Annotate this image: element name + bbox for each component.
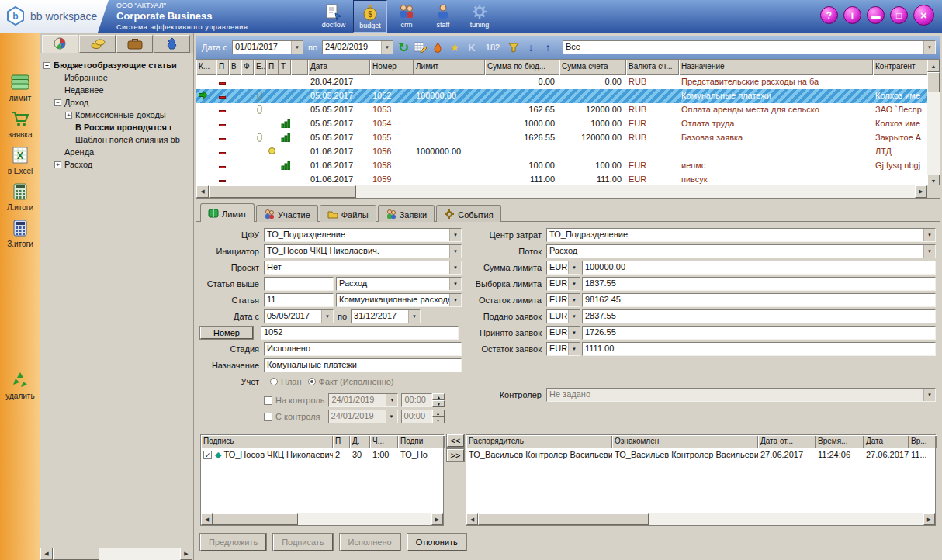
number-button[interactable]: Номер [200,327,253,339]
action-button-Отклонить[interactable]: Отклонить [407,534,466,551]
tree-expand-icon[interactable]: + [65,112,72,119]
help-button[interactable]: ? [820,6,838,24]
tab-files[interactable]: Файлы [320,205,376,222]
view-filter-combobox[interactable]: Все ▼ [563,40,936,54]
acknowledge-column-header[interactable]: Распорядитель [466,435,612,448]
tab-participation[interactable]: Участие [256,205,318,222]
date-to-picker[interactable]: 24/02/2019 ▼ [322,40,393,54]
grid-vertical-scrollbar[interactable]: ▲ ▼ [927,60,940,187]
acknowledge-column-header[interactable]: Дата [864,435,909,448]
grid-column-header[interactable]: Т [279,60,291,75]
grid-column-header[interactable]: Е.. [254,60,266,75]
scroll-left-icon[interactable]: ◀ [201,513,213,525]
chevron-down-icon[interactable]: ▼ [568,261,580,274]
tree-expand-icon[interactable]: − [54,99,61,106]
fire-icon[interactable] [431,42,445,54]
scroll-left-icon[interactable]: ◀ [40,548,53,560]
signature-checkbox[interactable]: ✓ [203,451,212,459]
scroll-right-icon[interactable]: ▶ [915,185,927,198]
acknowledge-column-header[interactable]: Ознакомлен [612,435,758,448]
scrollbar-track[interactable] [927,92,940,175]
article-number-input[interactable]: 11 [264,293,334,307]
chevron-down-icon[interactable]: ▼ [568,343,580,355]
tree-expand-icon[interactable]: − [43,62,50,69]
filter-funnel-icon[interactable] [507,42,521,53]
grid-row[interactable]: 05.05.201710551626.55120000.00RUBБазовая… [196,131,927,145]
scroll-left-icon[interactable]: ◀ [466,513,478,525]
chevron-down-icon[interactable]: ▼ [568,294,580,306]
cfu-combobox[interactable]: ТО_Подразделение ▼ [264,228,462,242]
chevron-down-icon[interactable]: ▼ [449,245,461,258]
scrollbar-track[interactable] [298,513,431,525]
amount-value-input[interactable]: 1111.00 [582,342,936,356]
acknowledge-horizontal-scrollbar[interactable]: ◀ ▶ [466,513,935,525]
sidebar-item-Л.итоги[interactable]: Л.итоги [0,182,40,212]
tree-horizontal-scrollbar[interactable]: ◀ ▶ [40,548,192,560]
module-tuning[interactable]: tuning [462,0,497,33]
from-control-date-picker[interactable]: 24/01/2019 ▼ [328,410,398,423]
grid-column-header[interactable]: Контрагент [873,60,929,75]
acknowledge-column-header[interactable]: Дата от... [758,435,816,448]
tab-events[interactable]: События [436,205,500,222]
grid-row[interactable]: 01.06.20171058100.00100.00EURиепмсGj.fys… [196,159,927,173]
scroll-left-icon[interactable]: ◀ [196,185,209,198]
flow-combobox[interactable]: Расход ▼ [546,244,936,258]
chevron-down-icon[interactable]: ▼ [923,389,935,401]
module-crm[interactable]: crm [390,0,424,33]
scrollbar-thumb[interactable] [213,513,298,525]
grid-row[interactable]: 01.06.201710561000000.00ЛТД [196,145,927,159]
edit-grid-icon[interactable] [414,41,428,54]
sidebar-item-удалить[interactable]: удалить [0,371,40,400]
chevron-down-icon[interactable]: ▼ [568,327,580,339]
grid-column-header[interactable]: Номер [370,60,414,75]
spin-up-icon[interactable]: ▲ [432,410,445,417]
grid-row[interactable]: 05.05.201710541000.001000.00EURОтлата тр… [196,117,927,131]
move-down-icon[interactable]: ↓ [524,41,538,54]
tree-item[interactable]: Шаблон полей слияния bb [40,133,193,146]
scrollbar-thumb[interactable] [927,72,940,92]
signatures-column-header[interactable]: Ч... [370,435,398,448]
time-spinner[interactable]: ▲▼ [432,393,445,407]
amount-value-input[interactable]: 1726.55 [582,326,936,340]
grid-column-header[interactable]: К... [196,60,216,75]
tree-item[interactable]: Аренда [40,146,193,158]
tree-tab-2[interactable] [79,35,116,53]
amount-value-input[interactable]: 1837.55 [582,277,936,291]
sidebar-item-в Excel[interactable]: Xв Excel [0,146,40,175]
module-docflow[interactable]: docflow [317,0,351,33]
stage-input[interactable]: Исполнено [264,342,462,356]
parent-article-flow-combobox[interactable]: Расход ▼ [336,277,462,291]
spin-up-icon[interactable]: ▲ [432,393,445,400]
chevron-down-icon[interactable]: ▼ [386,394,397,406]
scrollbar-track[interactable] [649,513,923,525]
chevron-down-icon[interactable]: ▼ [291,41,303,54]
sidebar-item-лимит[interactable]: лимит [0,73,40,102]
currency-combobox[interactable]: EUR▼ [546,261,580,275]
initiator-combobox[interactable]: ТО_Носов ЧКЦ Николаевич. ▼ [264,244,462,258]
module-budget[interactable]: $budget [353,0,387,33]
scroll-right-icon[interactable]: ▶ [431,513,443,525]
chevron-down-icon[interactable]: ▼ [923,229,935,241]
module-staff[interactable]: staff [426,0,460,33]
grid-column-header[interactable]: Сумма по бюд... [485,60,559,75]
scrollbar-track[interactable] [99,548,180,560]
scrollbar-thumb[interactable] [53,548,99,560]
grid-column-header[interactable]: В [229,60,241,75]
tree-item[interactable]: +Комиссионные доходы [40,109,193,121]
acknowledge-row[interactable]: ТО_Васильев Контролер ВасильевичТО_Васил… [466,448,935,461]
chevron-down-icon[interactable]: ▼ [449,294,461,306]
signatures-column-header[interactable]: Подпи [398,435,445,448]
scrollbar-thumb[interactable] [209,185,356,198]
tree-expand-icon[interactable]: + [54,161,61,168]
number-input[interactable]: 1052 [261,326,459,340]
signature-row[interactable]: ✓◆ТО_Носов ЧКЦ Николаевич2301:00ТО_Но [201,448,443,461]
refresh-icon[interactable]: ↻ [397,40,410,56]
grid-column-header[interactable]: Назначение [679,60,873,75]
minimize-button[interactable]: ▬ [867,6,885,24]
signatures-horizontal-scrollbar[interactable]: ◀ ▶ [201,513,443,525]
spin-down-icon[interactable]: ▼ [432,417,445,423]
from-control-time-input[interactable]: 00:00 [401,410,432,423]
tree-item[interactable]: +Расход [40,158,193,171]
period-from-picker[interactable]: 05/05/2017 ▼ [264,309,334,323]
project-combobox[interactable]: Нет ▼ [264,261,462,275]
